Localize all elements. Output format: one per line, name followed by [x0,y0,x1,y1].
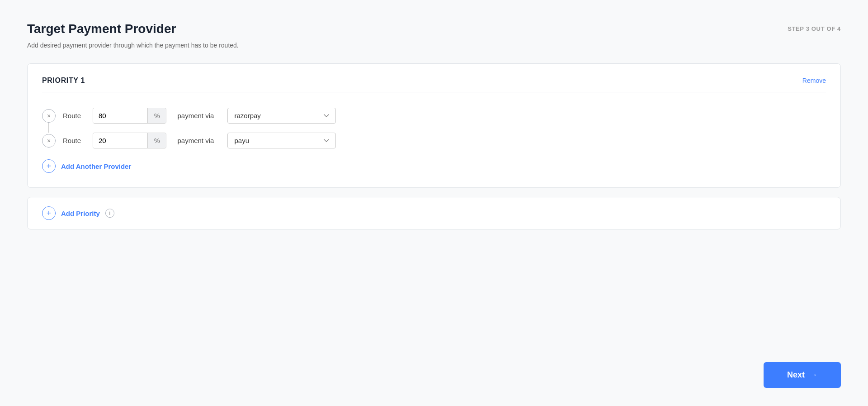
remove-route-1-button[interactable]: × [42,109,56,123]
add-provider-row: + Add Another Provider [42,153,826,175]
add-priority-card: + Add Priority i [27,197,841,229]
route-value-input-2[interactable] [93,133,147,148]
add-priority-label[interactable]: Add Priority [61,210,100,217]
page-subtitle: Add desired payment provider through whi… [27,42,841,49]
info-icon[interactable]: i [105,209,114,218]
percent-suffix-1: % [147,108,166,123]
routes-container: × Route % payment via razorpay payu stri… [42,103,826,175]
next-label: Next [787,370,805,380]
priority-card: PRIORITY 1 Remove × Route % payment via … [27,63,841,188]
route-input-group-2: % [93,133,166,148]
connector-line [48,121,49,133]
route-label-2: Route [63,137,85,144]
route-input-group-1: % [93,108,166,124]
route-label-1: Route [63,112,85,119]
plus-icon: + [47,209,52,218]
priority-header: PRIORITY 1 Remove [42,76,826,92]
table-row: × Route % payment via razorpay payu stri… [42,103,826,128]
provider-select-2[interactable]: razorpay payu stripe cashfree [227,133,336,148]
page-title: Target Payment Provider [27,22,176,36]
table-row: × Route % payment via razorpay payu stri… [42,128,826,153]
remove-button[interactable]: Remove [802,77,826,84]
priority-title: PRIORITY 1 [42,76,85,85]
remove-route-2-button[interactable]: × [42,134,56,148]
next-button[interactable]: Next → [764,362,841,388]
add-priority-icon-button[interactable]: + [42,206,56,220]
plus-icon: + [47,162,52,171]
provider-select-1[interactable]: razorpay payu stripe cashfree [227,108,336,124]
step-indicator: STEP 3 OUT OF 4 [788,22,841,32]
payment-via-label-1: payment via [177,112,220,119]
close-icon: × [47,112,51,119]
percent-suffix-2: % [147,133,166,148]
add-provider-label[interactable]: Add Another Provider [61,162,131,170]
payment-via-label-2: payment via [177,137,220,144]
close-icon: × [47,137,51,144]
add-provider-icon-button[interactable]: + [42,159,56,173]
arrow-right-icon: → [809,370,817,380]
route-value-input-1[interactable] [93,108,147,123]
